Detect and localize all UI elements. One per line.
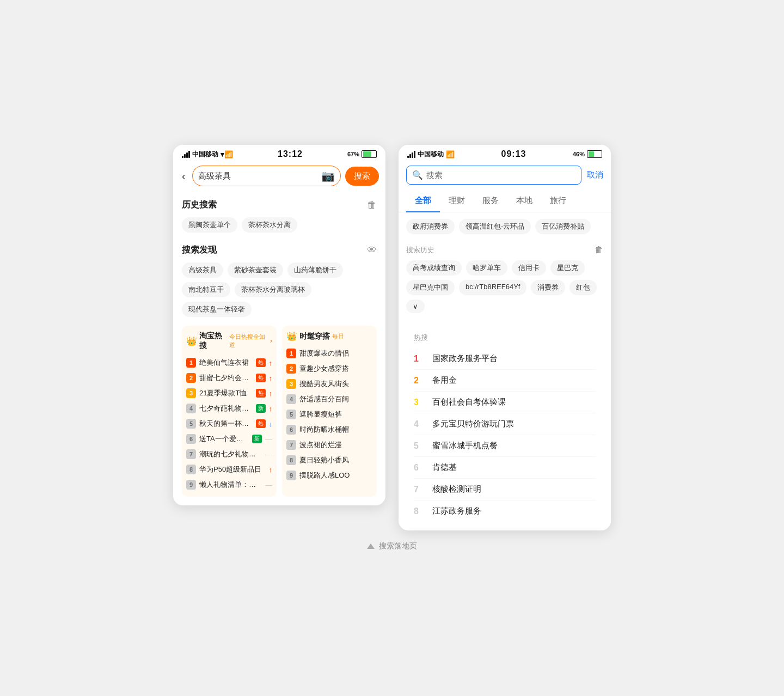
fashion-item-7[interactable]: 7 波点裙的烂漫: [286, 437, 372, 453]
taobao-item-2[interactable]: 2 甜蜜七夕约会穿搭 热 ↑: [186, 370, 272, 386]
hot-badge-2: 热: [256, 374, 266, 382]
h-tag-3[interactable]: 星巴克: [550, 260, 585, 276]
rank-3: 3: [414, 398, 427, 407]
discover-tag-1[interactable]: 紫砂茶壶套装: [228, 262, 283, 278]
cancel-button[interactable]: 取消: [587, 170, 603, 180]
hot-badge-3: 热: [256, 389, 266, 398]
fashion-item-9[interactable]: 9 摆脱路人感LOO: [286, 468, 372, 483]
h-tag-7[interactable]: 红包: [569, 280, 597, 295]
signal-bars-2: [407, 151, 415, 158]
fashion-hot-panel: 👑 时髦穿搭 每日 1 甜度爆表の情侣 2 童趣少女感穿搭 3 搜酷男友风街头: [282, 326, 377, 497]
back-button[interactable]: ‹: [180, 168, 188, 185]
hot-badge-6: 新: [252, 435, 262, 443]
taobao-item-8[interactable]: 8 华为P50超级新品日 ↑: [186, 462, 272, 477]
taobao-item-9[interactable]: 9 懒人礼物清单：家具篇 —: [186, 477, 272, 492]
trend-7: —: [265, 450, 272, 459]
search-input-wrap[interactable]: 📷: [192, 166, 341, 186]
eye-icon[interactable]: 👁: [367, 245, 377, 256]
tab-travel[interactable]: 旅行: [541, 190, 575, 212]
f-rank-3: 3: [286, 379, 296, 389]
trend-3: ↑: [269, 389, 273, 398]
f-text-1: 甜度爆表の情侣: [299, 349, 372, 358]
rank-num-2: 2: [186, 373, 196, 383]
hot-item-1[interactable]: 1 国家政务服务平台: [414, 348, 596, 370]
search-header-2: 🔍 取消: [399, 161, 611, 190]
search-input-wrap-2[interactable]: 🔍: [406, 166, 581, 185]
promo-tag-1[interactable]: 领高温红包-云环品: [459, 219, 531, 234]
hot-item-2[interactable]: 2 备用金: [414, 370, 596, 392]
hot-item-3[interactable]: 3 百创社会自考体验课: [414, 392, 596, 413]
rank-4: 4: [414, 419, 427, 429]
taobao-item-4[interactable]: 4 七夕奇葩礼物大赏 新 ↑: [186, 401, 272, 416]
rank-num-5: 5: [186, 419, 196, 429]
more-button[interactable]: ∨: [406, 300, 425, 313]
search-input-2[interactable]: [426, 170, 575, 180]
delete-history-icon-2[interactable]: 🗑: [595, 245, 603, 255]
history-tag-1[interactable]: 茶杯茶水分离: [242, 217, 297, 233]
hot-search-text-5: 蜜雪冰城手机点餐: [432, 441, 498, 451]
taobao-item-3[interactable]: 3 21夏季爆款T恤 热 ↑: [186, 386, 272, 401]
hot-item-5[interactable]: 5 蜜雪冰城手机点餐: [414, 435, 596, 457]
search-icon: 🔍: [412, 170, 423, 180]
h-tag-2[interactable]: 信用卡: [512, 260, 546, 276]
fashion-item-6[interactable]: 6 时尚防晒水桶帽: [286, 422, 372, 437]
discover-title: 搜索发现: [182, 245, 217, 256]
tab-service[interactable]: 服务: [474, 190, 507, 212]
search-button[interactable]: 搜索: [345, 167, 379, 186]
taobao-item-5[interactable]: 5 秋天的第一杯咖啡 热 ↓: [186, 416, 272, 431]
hot-text-1: 绝美仙气连衣裙: [199, 358, 253, 368]
fashion-item-8[interactable]: 8 夏日轻熟小香风: [286, 453, 372, 468]
h-tag-1[interactable]: 哈罗单车: [466, 260, 507, 276]
tab-local[interactable]: 本地: [507, 190, 541, 212]
fashion-item-5[interactable]: 5 遮胯显瘦短裤: [286, 407, 372, 422]
hot-text-2: 甜蜜七夕约会穿搭: [199, 373, 253, 383]
phone2: 中国移动 📶 09:13 46% 🔍 取消 全部 理财 服务 本地: [399, 145, 611, 530]
h-tag-4[interactable]: 星巴克中国: [406, 280, 455, 295]
discover-tag-4[interactable]: 茶杯茶水分离玻璃杯: [235, 282, 311, 297]
hot-item-8[interactable]: 8 江苏政务服务: [414, 500, 596, 522]
hot-text-9: 懒人礼物清单：家具篇: [199, 480, 262, 490]
h-tag-5[interactable]: bc:/rTb8REF64Yf: [459, 280, 526, 295]
fashion-panel-header: 👑 时髦穿搭 每日: [286, 331, 372, 341]
f-rank-8: 8: [286, 455, 296, 465]
taobao-item-7[interactable]: 7 潮玩的七夕礼物要特别 —: [186, 447, 272, 462]
taobao-panel-arrow[interactable]: ›: [270, 337, 272, 345]
promo-tags-row: 政府消费券 领高温红包-云环品 百亿消费补贴: [399, 212, 611, 239]
crown-icon-1: 👑: [186, 336, 197, 346]
taobao-hot-panel: 👑 淘宝热搜 今日热搜全知道 › 1 绝美仙气连衣裙 热 ↑ 2 甜蜜七夕约会穿…: [182, 326, 277, 497]
search-history-section: 搜索历史 🗑 高考成绩查询 哈罗单车 信用卡 星巴克 星巴克中国 bc:/rTb…: [399, 239, 611, 322]
bottom-label-text: 搜索落地页: [379, 541, 417, 551]
fashion-item-3[interactable]: 3 搜酷男友风街头: [286, 376, 372, 392]
history-tag-0[interactable]: 黑陶茶壶单个: [182, 217, 237, 233]
tab-all[interactable]: 全部: [406, 190, 440, 212]
taobao-item-1[interactable]: 1 绝美仙气连衣裙 热 ↑: [186, 355, 272, 370]
camera-icon[interactable]: 📷: [321, 169, 335, 182]
fashion-item-2[interactable]: 2 童趣少女感穿搭: [286, 361, 372, 376]
delete-history-icon[interactable]: 🗑: [367, 199, 377, 211]
h-tag-6[interactable]: 消费券: [531, 280, 565, 295]
hot-item-4[interactable]: 4 多元宝贝特价游玩门票: [414, 413, 596, 435]
hot-text-3: 21夏季爆款T恤: [199, 388, 253, 398]
promo-tag-2[interactable]: 百亿消费补贴: [535, 219, 591, 234]
tab-finance[interactable]: 理财: [440, 190, 474, 212]
hot-search-text-2: 备用金: [432, 375, 457, 386]
f-rank-4: 4: [286, 394, 296, 404]
hot-item-6[interactable]: 6 肯德基: [414, 457, 596, 479]
promo-tag-0[interactable]: 政府消费券: [406, 219, 455, 234]
fashion-item-4[interactable]: 4 舒适感百分百阔: [286, 392, 372, 407]
trend-9: —: [265, 481, 272, 489]
discover-tag-3[interactable]: 南北特豆干: [182, 282, 230, 297]
taobao-item-6[interactable]: 6 送TA一个爱的抱抱！ 新 —: [186, 431, 272, 447]
search-input[interactable]: [198, 172, 321, 181]
discover-tag-2[interactable]: 山药薄脆饼干: [287, 262, 343, 278]
hot-item-7[interactable]: 7 核酸检测证明: [414, 479, 596, 500]
hot-search-section: 热搜 1 国家政务服务平台 2 备用金 3 百创社会自考体验课 4 多元宝贝特价…: [406, 326, 603, 530]
time-1: 13:12: [278, 149, 303, 159]
discover-tag-5[interactable]: 现代茶盘一体轻奢: [182, 302, 252, 317]
history-tags-row-2: 星巴克中国 bc:/rTb8REF64Yf 消费券 红包 ∨: [406, 280, 603, 313]
h-tag-0[interactable]: 高考成绩查询: [406, 260, 462, 276]
triangle-icon: [367, 544, 375, 549]
f-text-9: 摆脱路人感LOO: [299, 471, 372, 480]
discover-tag-0[interactable]: 高级茶具: [182, 262, 223, 278]
fashion-item-1[interactable]: 1 甜度爆表の情侣: [286, 346, 372, 361]
